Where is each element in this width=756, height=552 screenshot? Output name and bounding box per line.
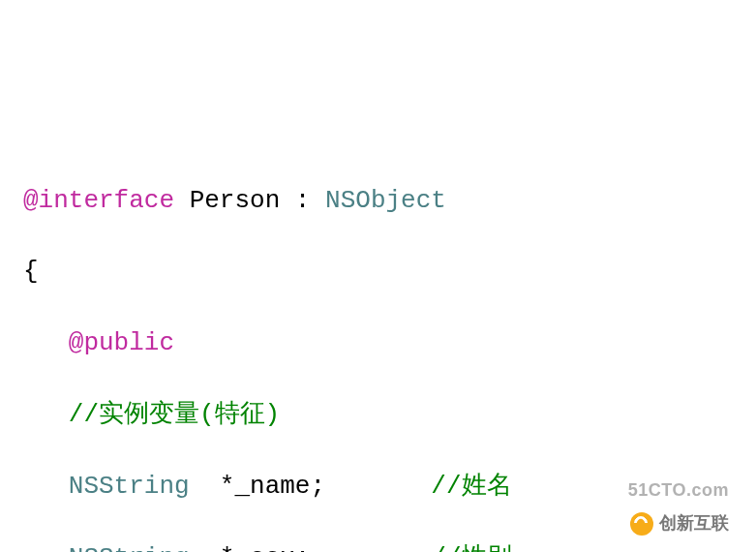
open-brace: {	[23, 257, 39, 286]
code-line: NSString *_sex; //性别	[23, 540, 733, 552]
code-line: {	[23, 254, 733, 290]
watermark-51cto: 51CTO.com	[628, 478, 729, 504]
class-name: Person	[174, 186, 295, 215]
var-comment: //性别	[431, 543, 511, 552]
var-type: NSString	[69, 472, 190, 501]
colon: :	[295, 186, 325, 215]
indent	[23, 472, 69, 501]
var-type: NSString	[69, 543, 190, 552]
code-line: NSString *_name; //姓名	[23, 469, 733, 505]
comment-ivars: //实例变量(特征)	[69, 400, 280, 429]
indent	[23, 400, 69, 429]
gap	[190, 472, 220, 501]
code-line: @public	[23, 325, 733, 361]
indent	[23, 543, 69, 552]
var-decl: *_sex;	[220, 543, 311, 552]
at-public-keyword: @public	[69, 328, 174, 357]
gap	[190, 543, 220, 552]
var-comment: //姓名	[431, 472, 511, 501]
superclass: NSObject	[325, 186, 446, 215]
code-line: //实例变量(特征)	[23, 397, 733, 433]
at-interface-keyword: @interface	[23, 186, 174, 215]
watermark-logo: 创新互联	[630, 511, 729, 537]
logo-icon	[630, 512, 653, 536]
watermark-text: 创新互联	[659, 511, 729, 537]
code-line: @interface Person : NSObject	[23, 183, 733, 219]
var-decl: *_name;	[220, 472, 325, 501]
pad	[325, 472, 431, 501]
code-block: @interface Person : NSObject { @public /…	[23, 147, 733, 552]
pad	[310, 543, 431, 552]
indent	[23, 328, 69, 357]
